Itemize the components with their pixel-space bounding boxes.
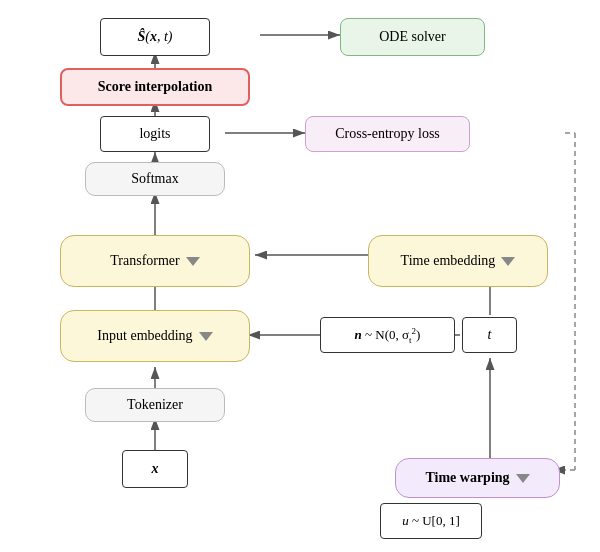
ode-solver-label: ODE solver xyxy=(379,29,446,45)
tokenizer-box: Tokenizer xyxy=(85,388,225,422)
u-box: u ~ U[0, 1] xyxy=(380,503,482,539)
noise-box: n ~ N(0, σt2) xyxy=(320,317,455,353)
t-box: t xyxy=(462,317,517,353)
input-embedding-tri xyxy=(199,332,213,341)
time-embedding-tri xyxy=(501,257,515,266)
transformer-tri xyxy=(186,257,200,266)
transformer-label: Transformer xyxy=(110,253,179,269)
time-warping-box: Time warping xyxy=(395,458,560,498)
s-hat-label: Ŝ(x, t) xyxy=(137,29,172,45)
time-warping-label: Time warping xyxy=(425,470,509,486)
softmax-box: Softmax xyxy=(85,162,225,196)
time-warping-tri xyxy=(516,474,530,483)
ode-solver-box: ODE solver xyxy=(340,18,485,56)
x-box: x xyxy=(122,450,188,488)
score-interpolation-label: Score interpolation xyxy=(98,79,212,95)
logits-box: logits xyxy=(100,116,210,152)
u-label: u ~ U[0, 1] xyxy=(402,513,460,529)
time-embedding-label: Time embedding xyxy=(401,253,496,269)
x-label: x xyxy=(152,461,159,477)
softmax-label: Softmax xyxy=(131,171,178,187)
cross-entropy-box: Cross-entropy loss xyxy=(305,116,470,152)
cross-entropy-label: Cross-entropy loss xyxy=(335,126,440,142)
input-embedding-box: Input embedding xyxy=(60,310,250,362)
input-embedding-label: Input embedding xyxy=(97,328,192,344)
transformer-box: Transformer xyxy=(60,235,250,287)
t-label: t xyxy=(488,327,492,343)
time-embedding-box: Time embedding xyxy=(368,235,548,287)
score-interpolation-box: Score interpolation xyxy=(60,68,250,106)
logits-label: logits xyxy=(139,126,170,142)
noise-label: n ~ N(0, σt2) xyxy=(355,326,421,345)
diagram: Ŝ(x, t) ODE solver Score interpolation l… xyxy=(0,0,600,552)
tokenizer-label: Tokenizer xyxy=(127,397,183,413)
s-hat-box: Ŝ(x, t) xyxy=(100,18,210,56)
